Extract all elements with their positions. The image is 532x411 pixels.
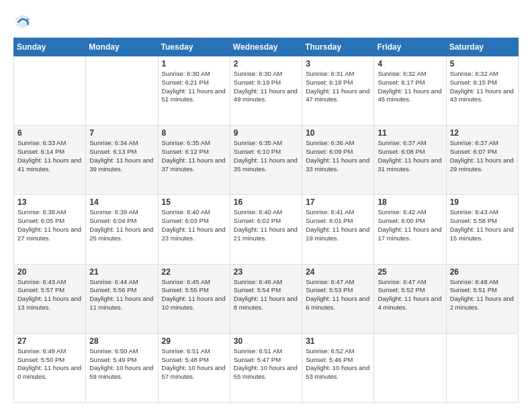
day-info: Sunrise: 6:50 AMSunset: 5:49 PMDaylight:… <box>89 347 154 381</box>
day-info: Sunrise: 6:38 AMSunset: 6:05 PMDaylight:… <box>17 208 82 242</box>
calendar-day-header: Saturday <box>446 38 518 56</box>
day-number: 9 <box>234 128 298 138</box>
day-info: Sunrise: 6:37 AMSunset: 6:08 PMDaylight:… <box>378 139 442 173</box>
day-number: 26 <box>450 267 515 277</box>
calendar-header-row: SundayMondayTuesdayWednesdayThursdayFrid… <box>14 38 519 56</box>
calendar-day-header: Thursday <box>302 38 374 56</box>
day-number: 14 <box>89 197 154 207</box>
day-info: Sunrise: 6:41 AMSunset: 6:01 PMDaylight:… <box>306 208 370 242</box>
day-number: 7 <box>89 128 154 138</box>
day-number: 11 <box>378 128 442 138</box>
day-info: Sunrise: 6:51 AMSunset: 5:48 PMDaylight:… <box>162 347 226 381</box>
day-info: Sunrise: 6:48 AMSunset: 5:51 PMDaylight:… <box>450 278 515 312</box>
calendar-cell: 9Sunrise: 6:35 AMSunset: 6:10 PMDaylight… <box>230 126 302 195</box>
calendar-cell: 10Sunrise: 6:36 AMSunset: 6:09 PMDayligh… <box>302 126 374 195</box>
calendar-day-header: Sunday <box>14 38 86 56</box>
day-number: 19 <box>450 197 515 207</box>
calendar-cell: 5Sunrise: 6:32 AMSunset: 6:15 PMDaylight… <box>446 56 518 126</box>
page: SundayMondayTuesdayWednesdayThursdayFrid… <box>0 0 532 411</box>
day-number: 21 <box>89 267 154 277</box>
day-info: Sunrise: 6:35 AMSunset: 6:12 PMDaylight:… <box>162 139 226 173</box>
calendar-cell: 4Sunrise: 6:32 AMSunset: 6:17 PMDaylight… <box>374 56 446 126</box>
day-info: Sunrise: 6:40 AMSunset: 6:02 PMDaylight:… <box>234 208 298 242</box>
calendar-cell: 18Sunrise: 6:42 AMSunset: 6:00 PMDayligh… <box>374 195 446 264</box>
day-number: 8 <box>162 128 226 138</box>
day-number: 5 <box>450 59 515 68</box>
day-info: Sunrise: 6:51 AMSunset: 5:47 PMDaylight:… <box>234 347 298 381</box>
calendar-cell: 25Sunrise: 6:47 AMSunset: 5:52 PMDayligh… <box>374 264 446 333</box>
day-info: Sunrise: 6:42 AMSunset: 6:00 PMDaylight:… <box>378 208 442 242</box>
day-info: Sunrise: 6:52 AMSunset: 5:46 PMDaylight:… <box>306 347 370 381</box>
day-info: Sunrise: 6:47 AMSunset: 5:52 PMDaylight:… <box>378 278 442 312</box>
calendar-cell: 24Sunrise: 6:47 AMSunset: 5:53 PMDayligh… <box>302 264 374 333</box>
calendar-cell: 17Sunrise: 6:41 AMSunset: 6:01 PMDayligh… <box>302 195 374 264</box>
calendar-cell: 20Sunrise: 6:43 AMSunset: 5:57 PMDayligh… <box>14 264 86 333</box>
day-info: Sunrise: 6:35 AMSunset: 6:10 PMDaylight:… <box>234 139 298 173</box>
calendar-day-header: Tuesday <box>158 38 230 56</box>
day-info: Sunrise: 6:44 AMSunset: 5:56 PMDaylight:… <box>89 278 154 312</box>
day-number: 4 <box>378 59 442 68</box>
calendar-cell: 14Sunrise: 6:39 AMSunset: 6:04 PMDayligh… <box>86 195 158 264</box>
day-number: 22 <box>162 267 226 277</box>
day-number: 15 <box>162 197 226 207</box>
calendar-cell: 13Sunrise: 6:38 AMSunset: 6:05 PMDayligh… <box>14 195 86 264</box>
calendar-cell: 1Sunrise: 6:30 AMSunset: 6:21 PMDaylight… <box>158 56 230 126</box>
calendar-day-header: Monday <box>86 38 158 56</box>
calendar-day-header: Wednesday <box>230 38 302 56</box>
day-number: 23 <box>234 267 298 277</box>
calendar-cell: 22Sunrise: 6:45 AMSunset: 5:55 PMDayligh… <box>158 264 230 333</box>
calendar-cell: 23Sunrise: 6:46 AMSunset: 5:54 PMDayligh… <box>230 264 302 333</box>
day-info: Sunrise: 6:31 AMSunset: 6:18 PMDaylight:… <box>306 70 370 104</box>
day-info: Sunrise: 6:49 AMSunset: 5:50 PMDaylight:… <box>17 347 82 381</box>
day-info: Sunrise: 6:47 AMSunset: 5:53 PMDaylight:… <box>306 278 370 312</box>
day-number: 16 <box>234 197 298 207</box>
day-info: Sunrise: 6:32 AMSunset: 6:17 PMDaylight:… <box>378 70 442 104</box>
calendar-cell: 26Sunrise: 6:48 AMSunset: 5:51 PMDayligh… <box>446 264 518 333</box>
calendar-week-row: 6Sunrise: 6:33 AMSunset: 6:14 PMDaylight… <box>14 126 519 195</box>
day-info: Sunrise: 6:45 AMSunset: 5:55 PMDaylight:… <box>162 278 226 312</box>
day-number: 24 <box>306 267 370 277</box>
day-info: Sunrise: 6:34 AMSunset: 6:13 PMDaylight:… <box>89 139 154 173</box>
calendar-week-row: 20Sunrise: 6:43 AMSunset: 5:57 PMDayligh… <box>14 264 519 333</box>
day-number: 29 <box>162 336 226 346</box>
day-number: 17 <box>306 197 370 207</box>
calendar-cell: 30Sunrise: 6:51 AMSunset: 5:47 PMDayligh… <box>230 333 302 402</box>
day-number: 2 <box>234 59 298 68</box>
logo <box>13 12 35 31</box>
day-info: Sunrise: 6:40 AMSunset: 6:03 PMDaylight:… <box>162 208 226 242</box>
calendar-cell: 27Sunrise: 6:49 AMSunset: 5:50 PMDayligh… <box>14 333 86 402</box>
calendar-cell <box>86 56 158 126</box>
header <box>13 12 519 31</box>
calendar-week-row: 13Sunrise: 6:38 AMSunset: 6:05 PMDayligh… <box>14 195 519 264</box>
calendar-cell: 29Sunrise: 6:51 AMSunset: 5:48 PMDayligh… <box>158 333 230 402</box>
calendar-cell: 12Sunrise: 6:37 AMSunset: 6:07 PMDayligh… <box>446 126 518 195</box>
calendar-day-header: Friday <box>374 38 446 56</box>
calendar-cell: 31Sunrise: 6:52 AMSunset: 5:46 PMDayligh… <box>302 333 374 402</box>
day-number: 3 <box>306 59 370 68</box>
day-info: Sunrise: 6:46 AMSunset: 5:54 PMDaylight:… <box>234 278 298 312</box>
calendar-cell <box>446 333 518 402</box>
logo-icon <box>13 12 32 31</box>
day-number: 12 <box>450 128 515 138</box>
day-number: 30 <box>234 336 298 346</box>
day-number: 31 <box>306 336 370 346</box>
day-info: Sunrise: 6:43 AMSunset: 5:57 PMDaylight:… <box>17 278 82 312</box>
calendar-week-row: 1Sunrise: 6:30 AMSunset: 6:21 PMDaylight… <box>14 56 519 126</box>
day-info: Sunrise: 6:33 AMSunset: 6:14 PMDaylight:… <box>17 139 82 173</box>
day-number: 1 <box>162 59 226 68</box>
day-info: Sunrise: 6:43 AMSunset: 5:58 PMDaylight:… <box>450 208 515 242</box>
calendar-cell: 15Sunrise: 6:40 AMSunset: 6:03 PMDayligh… <box>158 195 230 264</box>
calendar-table: SundayMondayTuesdayWednesdayThursdayFrid… <box>13 38 519 403</box>
day-number: 25 <box>378 267 442 277</box>
day-info: Sunrise: 6:39 AMSunset: 6:04 PMDaylight:… <box>89 208 154 242</box>
day-info: Sunrise: 6:36 AMSunset: 6:09 PMDaylight:… <box>306 139 370 173</box>
day-number: 10 <box>306 128 370 138</box>
day-number: 20 <box>17 267 82 277</box>
day-number: 18 <box>378 197 442 207</box>
day-info: Sunrise: 6:30 AMSunset: 6:19 PMDaylight:… <box>234 70 298 104</box>
calendar-cell: 2Sunrise: 6:30 AMSunset: 6:19 PMDaylight… <box>230 56 302 126</box>
day-number: 28 <box>89 336 154 346</box>
calendar-cell <box>374 333 446 402</box>
day-number: 6 <box>17 128 82 138</box>
day-number: 27 <box>17 336 82 346</box>
